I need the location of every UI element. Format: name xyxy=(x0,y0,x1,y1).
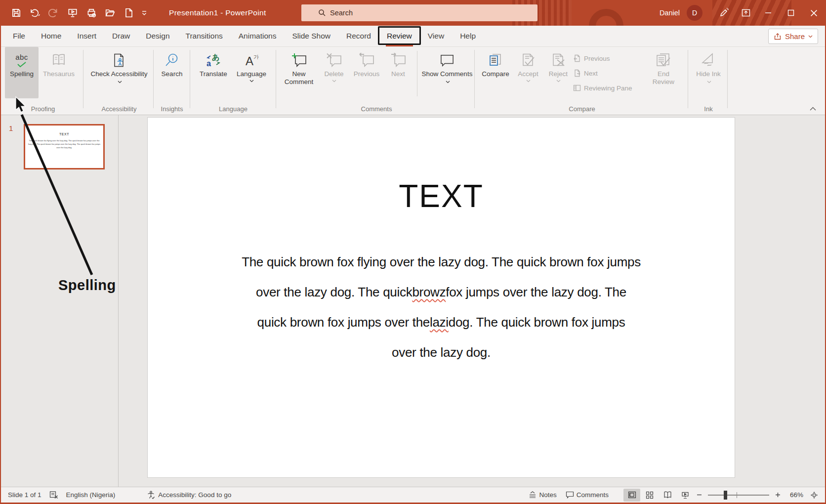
comments-icon xyxy=(566,491,574,499)
chevron-down-icon xyxy=(446,81,450,84)
slide-indicator[interactable]: Slide 1 of 1 xyxy=(1,491,45,499)
compare-button[interactable]: Compare xyxy=(478,47,513,98)
previous-comment-icon xyxy=(358,50,375,70)
close-button[interactable] xyxy=(802,0,825,26)
end-review-button[interactable]: End Review xyxy=(647,47,680,98)
slide-title[interactable]: TEXT xyxy=(148,178,735,214)
previous-change-button[interactable]: Previous xyxy=(573,52,647,65)
tab-home[interactable]: Home xyxy=(33,26,69,46)
group-label-compare: Compare xyxy=(478,105,686,113)
tab-transitions[interactable]: Transitions xyxy=(178,26,231,46)
language-status[interactable]: English (Nigeria) xyxy=(62,491,120,499)
check-accessibility-button[interactable]: Check Accessibility xyxy=(89,47,149,98)
save-icon[interactable] xyxy=(8,4,25,21)
chevron-down-icon xyxy=(526,80,531,83)
misspelled-word: lazi xyxy=(430,315,449,330)
user-name[interactable]: Daniel xyxy=(660,9,680,17)
tab-record[interactable]: Record xyxy=(338,26,379,46)
tab-file[interactable]: File xyxy=(5,26,33,46)
fit-slide-to-window-button[interactable] xyxy=(807,489,821,502)
notes-button[interactable]: Notes xyxy=(525,489,560,502)
customize-qat-icon[interactable] xyxy=(139,4,149,21)
accessibility-status[interactable]: Accessibility: Good to go xyxy=(143,491,235,499)
share-button[interactable]: Share xyxy=(768,29,818,44)
compare-small-buttons: Previous Next Reviewing Pane xyxy=(573,47,647,96)
tab-insert[interactable]: Insert xyxy=(69,26,104,46)
maximize-button[interactable] xyxy=(780,0,802,26)
zoom-out-button[interactable] xyxy=(695,489,704,502)
reviewing-pane-button[interactable]: Reviewing Pane xyxy=(573,82,647,94)
hide-ink-button[interactable]: Hide Ink xyxy=(693,47,724,98)
zoom-slider[interactable] xyxy=(708,495,769,496)
quick-print-icon[interactable] xyxy=(83,4,100,21)
zoom-slider-center-tick xyxy=(737,492,737,498)
chevron-down-icon xyxy=(556,80,561,83)
tab-help[interactable]: Help xyxy=(452,26,484,46)
powerpoint-window: Presentation1 - PowerPoint Search Daniel… xyxy=(0,0,826,504)
group-divider xyxy=(153,50,154,108)
inner-divider xyxy=(417,51,417,96)
slide-number: 1 xyxy=(9,124,13,132)
hide-ink-icon xyxy=(701,50,716,70)
previous-comment-button[interactable]: Previous xyxy=(350,47,383,98)
start-slideshow-icon[interactable] xyxy=(64,4,81,21)
group-accessibility: Check Accessibility Accessibility xyxy=(88,47,150,115)
redo-icon[interactable] xyxy=(45,4,62,21)
coming-soon-icon[interactable] xyxy=(713,0,735,26)
slide-sorter-view-button[interactable] xyxy=(641,489,658,502)
reject-change-button[interactable]: Reject xyxy=(543,47,573,98)
open-icon[interactable] xyxy=(102,4,119,21)
slideshow-view-button[interactable] xyxy=(677,489,694,502)
zoom-in-button[interactable] xyxy=(773,489,783,502)
spelling-button[interactable]: abc Spelling xyxy=(5,47,39,98)
avatar[interactable]: D xyxy=(687,5,702,21)
group-divider xyxy=(190,50,190,108)
minimize-button[interactable] xyxy=(757,0,780,26)
accept-change-button[interactable]: Accept xyxy=(513,47,543,98)
new-comment-button[interactable]: New Comment xyxy=(280,47,318,98)
tab-view[interactable]: View xyxy=(420,26,452,46)
slide-body-textbox[interactable]: The quick brown fox flying over the lazy… xyxy=(148,247,735,368)
ribbon-display-options-icon[interactable] xyxy=(735,0,757,26)
tab-slide-show[interactable]: Slide Show xyxy=(284,26,338,46)
comments-button[interactable]: Comments xyxy=(562,489,613,502)
group-divider xyxy=(727,50,728,108)
slide-1[interactable]: TEXT The quick brown fox flying over the… xyxy=(147,117,735,478)
search-icon xyxy=(318,9,326,17)
group-compare: Compare Accept Reject xyxy=(478,47,686,115)
slide-thumbnail[interactable]: TEXT The quick brown fox flying over the… xyxy=(24,124,105,169)
tab-draw[interactable]: Draw xyxy=(104,26,138,46)
tab-animations[interactable]: Animations xyxy=(231,26,285,46)
active-tab-underline xyxy=(386,44,413,46)
zoom-level[interactable]: 66% xyxy=(784,491,803,499)
body-line: over the lazy dog. xyxy=(148,337,735,368)
tab-review[interactable]: Review xyxy=(379,26,420,46)
group-divider xyxy=(474,50,475,108)
search-input[interactable]: Search xyxy=(301,4,537,21)
group-label-comments: Comments xyxy=(280,105,473,113)
normal-view-button[interactable] xyxy=(623,489,640,502)
ribbon-review: abc Spelling Thesaurus Proofing xyxy=(1,47,825,115)
chevron-down-icon xyxy=(707,81,711,84)
smart-search-button[interactable]: Search xyxy=(157,47,187,98)
collapse-ribbon-button[interactable] xyxy=(810,107,816,111)
chevron-down-icon xyxy=(808,35,813,38)
delete-comment-button[interactable]: Delete xyxy=(318,47,350,98)
new-file-icon[interactable] xyxy=(121,4,137,21)
body-line: over the lazy dog. The quick browz fox j… xyxy=(148,277,735,307)
next-comment-button[interactable]: Next xyxy=(383,47,413,98)
undo-icon[interactable] xyxy=(27,4,43,21)
delete-comment-icon xyxy=(326,50,342,70)
spell-check-status-icon[interactable] xyxy=(45,491,62,499)
body-line: quick brown fox jumps over the lazi dog.… xyxy=(148,307,735,337)
svg-text:a: a xyxy=(206,59,211,68)
thesaurus-button[interactable]: Thesaurus xyxy=(39,47,79,98)
language-button[interactable]: A가 Language xyxy=(232,47,271,98)
show-comments-button[interactable]: Show Comments xyxy=(421,47,473,98)
translate-button[interactable]: あa Translate xyxy=(195,47,232,98)
zoom-slider-handle[interactable] xyxy=(724,491,727,500)
slide-canvas: TEXT The quick brown fox flying over the… xyxy=(119,115,825,487)
tab-design[interactable]: Design xyxy=(138,26,177,46)
reading-view-button[interactable] xyxy=(659,489,676,502)
next-change-button[interactable]: Next xyxy=(573,67,647,80)
